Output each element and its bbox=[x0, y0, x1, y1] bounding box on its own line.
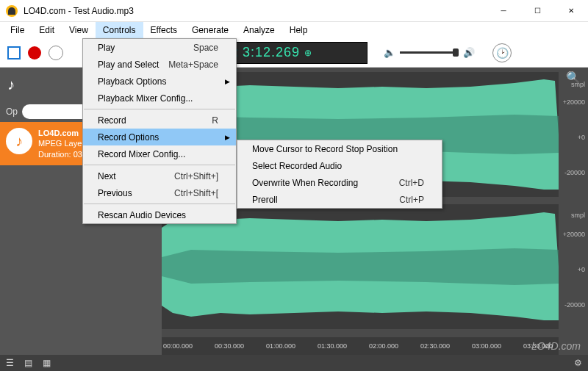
y-tick: +20000 bbox=[563, 231, 585, 238]
time-positive: 3:12.269 bbox=[243, 45, 300, 60]
menu-playback-options[interactable]: Playback Options▶ bbox=[83, 73, 236, 90]
x-tick: 02:30.000 bbox=[420, 342, 450, 350]
track-duration: Duration: 03 bbox=[38, 149, 85, 159]
menu-record-mixer-config[interactable]: Record Mixer Config... bbox=[83, 145, 236, 162]
submenu-move-cursor[interactable]: Move Cursor to Record Stop Position bbox=[237, 140, 442, 157]
menu-record[interactable]: RecordR bbox=[83, 112, 236, 129]
x-tick: 02:00.000 bbox=[369, 342, 398, 350]
menu-generate[interactable]: Generate bbox=[184, 22, 236, 38]
menu-edit[interactable]: Edit bbox=[32, 22, 62, 38]
menu-label: Rescan Audio Devices bbox=[98, 210, 186, 220]
menubar: File Edit View Controls Effects Generate… bbox=[0, 22, 588, 38]
menu-label: Select Recorded Audio bbox=[252, 161, 342, 171]
menu-label: Record bbox=[98, 115, 126, 126]
stop-button[interactable] bbox=[7, 46, 21, 60]
menu-help[interactable]: Help bbox=[282, 22, 315, 38]
menu-separator bbox=[84, 109, 235, 109]
menu-shortcut: Ctrl+D bbox=[399, 178, 424, 188]
menu-label: Record Options bbox=[98, 132, 159, 143]
menu-label: Playback Options bbox=[98, 76, 166, 87]
x-tick: 00:00.000 bbox=[163, 342, 193, 350]
y-unit-2: smpl bbox=[571, 212, 585, 219]
track-art-icon: ♪ bbox=[6, 128, 32, 154]
window-controls: ─ ☐ ✕ bbox=[487, 0, 588, 22]
clock-icon: 🕑 bbox=[496, 47, 509, 59]
volume-control: 🔈 🔊 bbox=[384, 47, 475, 58]
menu-label: Overwrite When Recording bbox=[252, 178, 358, 188]
y-tick: +0 bbox=[578, 266, 585, 273]
menu-record-options[interactable]: Record Options▶ bbox=[83, 129, 236, 145]
menu-file[interactable]: File bbox=[3, 22, 32, 38]
menu-shortcut: R bbox=[212, 115, 218, 126]
view-grid-icon[interactable]: ▦ bbox=[43, 358, 51, 368]
statusbar: ☰ ▤ ▦ ⚙ bbox=[0, 355, 588, 371]
titlebar: LO4D.com - Test Audio.mp3 ─ ☐ ✕ bbox=[0, 0, 588, 22]
window-title: LO4D.com - Test Audio.mp3 bbox=[24, 6, 487, 16]
y-unit-1: smpl bbox=[571, 81, 585, 88]
submenu-select-recorded[interactable]: Select Recorded Audio bbox=[237, 157, 442, 174]
volume-slider[interactable] bbox=[400, 51, 459, 54]
track-codec: MPEG Layer bbox=[38, 138, 85, 148]
y-tick: -20000 bbox=[564, 169, 585, 176]
x-ruler: 00:00.000 00:30.000 01:00.000 01:30.000 … bbox=[162, 337, 559, 355]
menu-label: Play bbox=[98, 43, 115, 53]
menu-shortcut: Ctrl+Shift+[ bbox=[174, 188, 218, 198]
record-options-submenu: Move Cursor to Record Stop Position Sele… bbox=[237, 140, 442, 209]
menu-play[interactable]: PlaySpace bbox=[83, 39, 236, 56]
menu-next[interactable]: NextCtrl+Shift+] bbox=[83, 168, 236, 184]
menu-view[interactable]: View bbox=[62, 22, 96, 38]
close-button[interactable]: ✕ bbox=[554, 0, 588, 22]
music-note-icon: ♪ bbox=[7, 76, 15, 93]
maximize-button[interactable]: ☐ bbox=[520, 0, 554, 22]
menu-shortcut: Meta+Space bbox=[168, 60, 218, 70]
x-tick: 01:30.000 bbox=[318, 342, 347, 350]
menu-playback-mixer-config[interactable]: Playback Mixer Config... bbox=[83, 90, 236, 107]
controls-menu-popup: PlaySpace Play and SelectMeta+Space Play… bbox=[82, 38, 237, 224]
menu-analyze[interactable]: Analyze bbox=[236, 22, 282, 38]
settings-icon[interactable]: ⚙ bbox=[574, 358, 582, 368]
submenu-preroll[interactable]: PrerollCtrl+P bbox=[237, 191, 442, 208]
submenu-arrow-icon: ▶ bbox=[225, 134, 230, 141]
speaker-high-icon: 🔊 bbox=[463, 47, 475, 58]
x-tick: 00:30.000 bbox=[215, 342, 244, 350]
menu-label: Preroll bbox=[252, 195, 278, 205]
history-button[interactable]: 🕑 bbox=[492, 43, 512, 62]
menu-shortcut: Ctrl+P bbox=[399, 195, 424, 205]
x-tick: 03:30.000 bbox=[523, 342, 553, 350]
menu-play-and-select[interactable]: Play and SelectMeta+Space bbox=[83, 56, 236, 73]
menu-rescan-audio[interactable]: Rescan Audio Devices bbox=[83, 206, 236, 223]
minimize-button[interactable]: ─ bbox=[487, 0, 520, 22]
menu-label: Next bbox=[98, 171, 116, 181]
open-label: Op bbox=[6, 107, 18, 117]
record-button[interactable] bbox=[28, 46, 41, 60]
menu-effects[interactable]: Effects bbox=[143, 22, 184, 38]
y-tick: +0 bbox=[578, 134, 585, 141]
submenu-overwrite[interactable]: Overwrite When RecordingCtrl+D bbox=[237, 174, 442, 191]
track-title: LO4D.com bbox=[38, 128, 85, 138]
menu-label: Playback Mixer Config... bbox=[98, 93, 193, 104]
track-meta: LO4D.com MPEG Layer Duration: 03 bbox=[38, 128, 85, 159]
menu-label: Record Mixer Config... bbox=[98, 149, 185, 159]
app-icon bbox=[6, 5, 18, 17]
submenu-arrow-icon: ▶ bbox=[225, 78, 230, 85]
view-detail-icon[interactable]: ▤ bbox=[24, 358, 32, 368]
menu-label: Move Cursor to Record Stop Position bbox=[252, 144, 398, 154]
y-tick: -20000 bbox=[564, 301, 585, 309]
time-caret-icon: ⊕ bbox=[304, 48, 312, 58]
x-tick: 03:00.000 bbox=[472, 342, 501, 350]
y-tick: +20000 bbox=[563, 98, 585, 106]
menu-shortcut: Ctrl+Shift+] bbox=[174, 171, 218, 181]
speaker-low-icon: 🔈 bbox=[384, 47, 395, 58]
view-list-icon[interactable]: ☰ bbox=[6, 358, 14, 368]
menu-separator bbox=[84, 165, 235, 165]
menu-shortcut: Space bbox=[193, 43, 218, 53]
x-tick: 01:00.000 bbox=[266, 342, 295, 350]
menu-separator bbox=[84, 203, 235, 204]
y-ruler: 🔍 smpl +20000 +0 -20000 smpl +20000 +0 -… bbox=[559, 72, 588, 337]
toolbar-circle-1[interactable] bbox=[49, 46, 63, 60]
menu-previous[interactable]: PreviousCtrl+Shift+[ bbox=[83, 184, 236, 201]
menu-label: Play and Select bbox=[98, 60, 159, 70]
menu-controls[interactable]: Controls bbox=[96, 22, 143, 38]
menu-label: Previous bbox=[98, 188, 132, 198]
